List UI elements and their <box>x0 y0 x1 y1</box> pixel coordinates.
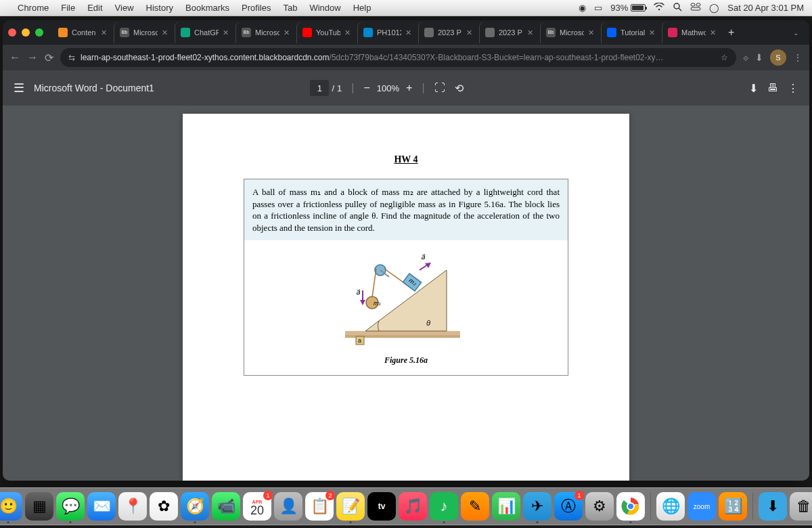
pdf-page: HW 4 A ball of mass m₁ and a block of ma… <box>183 114 629 481</box>
tab-0[interactable]: Conten✕ <box>53 22 112 43</box>
rotate-icon[interactable]: ⟲ <box>455 82 464 95</box>
menu-chrome[interactable]: Chrome <box>18 3 49 13</box>
window-minimize-button[interactable] <box>22 28 30 37</box>
window-zoom-button[interactable] <box>35 28 43 37</box>
print-icon[interactable]: 🖶 <box>767 82 778 94</box>
dock-reminders[interactable]: 📋2 <box>305 492 334 521</box>
tab-close-icon[interactable]: ✕ <box>162 28 168 37</box>
address-bar[interactable]: ⇆ learn-ap-southeast-1-prod-fleet02-xyth… <box>60 48 736 67</box>
control-center-icon[interactable] <box>690 3 701 13</box>
forward-button[interactable]: → <box>27 51 38 64</box>
zoom-in-button[interactable]: + <box>406 82 412 94</box>
dock-downloads[interactable]: ⬇ <box>759 492 787 521</box>
tab-title: 2023 P <box>499 28 523 37</box>
downloads-icon[interactable]: ⬇ <box>755 52 763 63</box>
dock-tv[interactable]: tv <box>367 492 396 521</box>
menu-edit[interactable]: Edit <box>87 3 102 13</box>
battery-percent: 93% <box>610 3 628 13</box>
dock-spotify[interactable]: ♪ <box>430 492 458 521</box>
dock-maps[interactable]: 📍 <box>118 492 147 521</box>
dock-recent-1[interactable]: 🌐 <box>656 492 685 521</box>
tab-1[interactable]: BbMicroso✕ <box>114 22 173 43</box>
dock-facetime[interactable]: 📹 <box>212 492 240 521</box>
dock-settings[interactable]: ⚙ <box>585 492 614 521</box>
dock-safari[interactable]: 🧭 <box>181 492 209 521</box>
tab-close-icon[interactable]: ✕ <box>405 28 411 37</box>
new-tab-button[interactable]: + <box>723 26 740 39</box>
wifi-icon[interactable] <box>654 3 664 13</box>
favicon <box>607 28 616 37</box>
clock[interactable]: Sat 20 Apr 3:01 PM <box>727 3 804 13</box>
tab-list-button[interactable]: ⌄ <box>788 29 804 37</box>
dock-trash[interactable]: 🗑 <box>790 492 812 521</box>
svg-text:m₁: m₁ <box>374 300 382 307</box>
dock-pages[interactable]: ✎ <box>461 492 489 521</box>
siri-icon[interactable]: ◯ <box>709 3 719 13</box>
tab-10[interactable]: Mathwo✕ <box>662 22 721 43</box>
tab-3[interactable]: BbMicroso✕ <box>235 22 295 43</box>
tab-close-icon[interactable]: ✕ <box>710 28 716 37</box>
pdf-viewport[interactable]: HW 4 A ball of mass m₁ and a block of ma… <box>3 106 809 481</box>
favicon <box>363 28 373 37</box>
page-current-input[interactable] <box>310 80 329 96</box>
dock-launchpad[interactable]: ▦ <box>25 492 53 521</box>
dock-numbers[interactable]: 📊 <box>492 492 520 521</box>
tab-5[interactable]: PH1012✕ <box>357 22 417 43</box>
pdf-menu-icon[interactable]: ☰ <box>14 81 24 95</box>
pdf-more-icon[interactable]: ⋮ <box>788 82 798 95</box>
site-info-icon[interactable]: ⇆ <box>68 53 75 62</box>
tab-close-icon[interactable]: ✕ <box>223 28 229 37</box>
reload-button[interactable]: ⟳ <box>45 51 53 64</box>
tab-close-icon[interactable]: ✕ <box>101 28 107 37</box>
tab-4[interactable]: YouTube✕ <box>296 22 356 43</box>
chrome-menu-icon[interactable]: ⋮ <box>793 52 803 63</box>
menu-tab[interactable]: Tab <box>283 3 297 13</box>
tab-2[interactable]: ChatGP✕ <box>175 22 234 43</box>
url-text: learn-ap-southeast-1-prod-fleet02-xythos… <box>81 53 715 62</box>
dock-calculator[interactable]: 🔢 <box>719 492 747 521</box>
dock-music[interactable]: 🎵 <box>399 492 427 521</box>
extensions-icon[interactable]: ⟐ <box>743 52 748 63</box>
display-icon[interactable]: ▭ <box>594 3 602 13</box>
menu-file[interactable]: File <box>61 3 75 13</box>
tab-close-icon[interactable]: ✕ <box>588 28 594 37</box>
dock-appstore[interactable]: Ⓐ1 <box>554 492 583 521</box>
tab-close-icon[interactable]: ✕ <box>284 28 290 37</box>
tab-9[interactable]: Tutorial✕ <box>601 22 660 43</box>
battery-status[interactable]: 93% <box>610 3 646 13</box>
profile-avatar[interactable]: S <box>770 49 786 66</box>
tab-6[interactable]: 2023 P✕ <box>418 22 478 43</box>
dock-telegram[interactable]: ✈ <box>523 492 551 521</box>
dock-calendar[interactable]: APR 20 1 <box>243 492 271 521</box>
screen-mirror-icon[interactable]: ◉ <box>579 3 586 13</box>
fit-page-icon[interactable]: ⛶ <box>434 82 445 94</box>
download-icon[interactable]: ⬇ <box>749 82 758 95</box>
dock-chrome[interactable] <box>616 492 645 521</box>
tab-8[interactable]: BbMicroso✕ <box>540 22 600 43</box>
tab-close-icon[interactable]: ✕ <box>649 28 655 37</box>
svg-line-2 <box>679 8 681 11</box>
dock-notes[interactable]: 📝 <box>336 492 365 521</box>
back-button[interactable]: ← <box>9 51 20 64</box>
zoom-out-button[interactable]: − <box>363 82 369 94</box>
tab-close-icon[interactable]: ✕ <box>527 28 533 37</box>
dock-messages[interactable]: 💬 <box>56 492 85 521</box>
tab-close-icon[interactable]: ✕ <box>466 28 472 37</box>
menu-help[interactable]: Help <box>353 3 371 13</box>
dock-zoom[interactable]: zoom <box>687 492 716 521</box>
window-close-button[interactable] <box>8 28 16 37</box>
menu-history[interactable]: History <box>146 3 173 13</box>
menu-window[interactable]: Window <box>309 3 340 13</box>
menu-view[interactable]: View <box>115 3 134 13</box>
tab-close-icon[interactable]: ✕ <box>344 28 351 37</box>
menu-profiles[interactable]: Profiles <box>242 3 271 13</box>
figure-caption: Figure 5.16a <box>384 355 428 366</box>
dock-finder[interactable]: 🙂 <box>0 492 22 521</box>
tab-7[interactable]: 2023 P✕ <box>479 22 539 43</box>
bookmark-star-icon[interactable]: ☆ <box>721 53 728 62</box>
dock-photos[interactable]: ✿ <box>150 492 178 521</box>
spotlight-icon[interactable] <box>673 2 682 14</box>
dock-contacts[interactable]: 👤 <box>274 492 302 521</box>
dock-mail[interactable]: ✉️ <box>87 492 116 521</box>
menu-bookmarks[interactable]: Bookmarks <box>185 3 229 13</box>
